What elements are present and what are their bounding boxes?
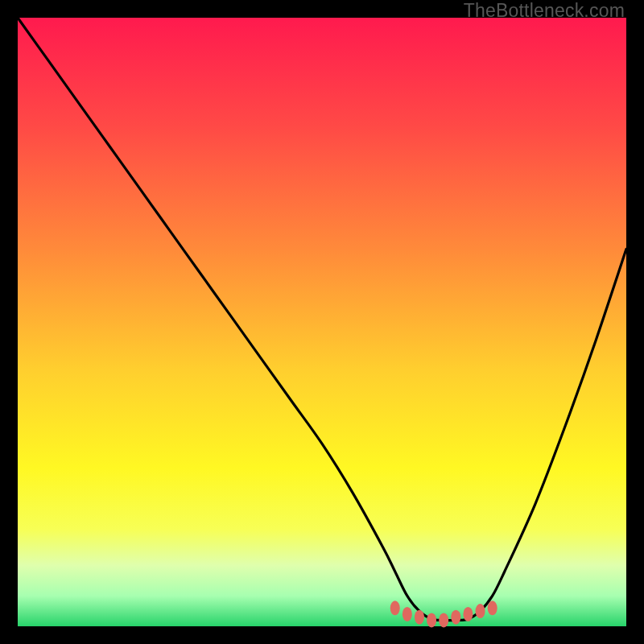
chart-plot-area [18,18,626,626]
optimal-range-marker [427,613,436,627]
optimal-range-marker [463,607,473,621]
optimal-range-marker [439,613,448,627]
optimal-range-marker [402,607,412,621]
optimal-range-marker [488,601,497,615]
watermark-text: TheBottleneck.com [464,0,625,22]
optimal-range-marker [476,604,485,618]
optimal-range-marker [390,601,400,615]
bottleneck-curve [18,18,626,626]
optimal-range-marker [451,610,460,625]
optimal-range-marker [415,610,424,625]
